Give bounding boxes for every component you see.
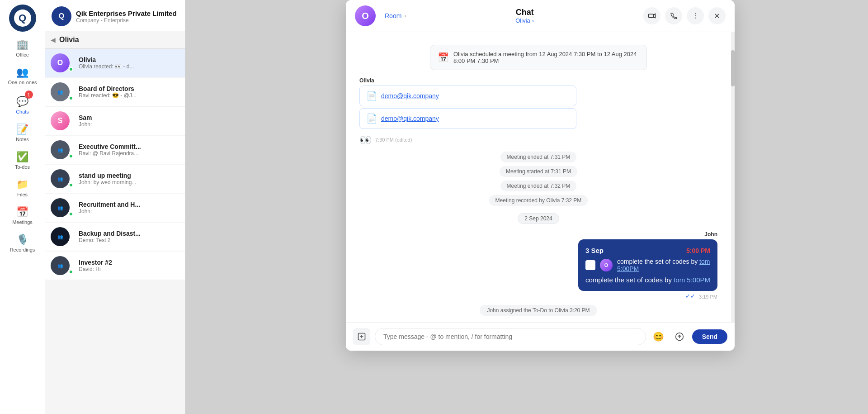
file-attachment-1[interactable]: 📄 demo@qik.company [359, 86, 576, 106]
todo-card-header: 3 Sep 5:00 PM [585, 247, 710, 254]
todo-row: O complete the set of codes by tom 5:00P… [585, 258, 710, 272]
contact-info-recruit: Recruitment and H... John: [79, 201, 179, 214]
sidebar-item-todos[interactable]: ✅ To-dos [0, 147, 45, 174]
contact-name: Executive Committ... [79, 143, 179, 150]
contact-item-investor[interactable]: 👥 Investor #2 David: Hi [45, 252, 185, 280]
more-options-button[interactable] [687, 7, 704, 24]
chat-scrollbar[interactable] [731, 32, 735, 322]
msg-check-icon: ✓✓ [685, 293, 695, 300]
meeting-ended-2: Meeting ended at 7:32 PM [359, 181, 717, 191]
sidebar-item-recordings[interactable]: 🎙️ Recordings [0, 229, 45, 257]
contact-info-board: Board of Directors Ravi reacted: 😎 - @J.… [79, 85, 179, 99]
svg-marker-1 [654, 14, 656, 18]
panel-title: Olivia [59, 36, 79, 44]
todo-body-link[interactable]: tom 5:00PM [674, 276, 710, 284]
msg-time: 7:30 PM (edited) [375, 137, 412, 143]
svg-point-2 [695, 13, 696, 14]
contact-name: Board of Directors [79, 85, 179, 92]
breadcrumb[interactable]: Room › [385, 12, 406, 19]
date-separator: 2 Sep 2024 [359, 213, 717, 224]
attach-button[interactable] [353, 328, 370, 345]
main-area: O Room › Chat Olivia › [185, 0, 868, 414]
contact-info-exec: Executive Committ... Ravi: @ Ravi Rajend… [79, 143, 179, 157]
send-button[interactable]: Send [692, 329, 727, 344]
breadcrumb-room: Room [385, 12, 401, 19]
todo-card: 3 Sep 5:00 PM O complete the set of code… [578, 239, 717, 291]
sidebar-item-office[interactable]: 🏢 Office [0, 34, 45, 62]
contact-info-olivia: Olivia Olivia reacted: 👀 - d... [79, 56, 179, 70]
audio-call-button[interactable] [665, 7, 682, 24]
company-logo[interactable]: Q [9, 5, 36, 32]
calendar-icon: 📅 [438, 52, 449, 63]
collapse-button[interactable]: ◀ [51, 36, 56, 43]
system-text: Meeting started at 7:31 PM [500, 166, 577, 177]
meetings-icon: 📅 [16, 206, 28, 218]
assignment-text: John assigned the To-Do to Olivia 3:20 P… [480, 305, 597, 316]
online-indicator [69, 212, 73, 216]
contact-preview: John: [79, 121, 169, 128]
system-text: Meeting ended at 7:31 PM [500, 152, 577, 162]
sidebar-item-meetings[interactable]: 📅 Meetings [0, 202, 45, 229]
chat-header: O Room › Chat Olivia › [346, 0, 735, 32]
upload-button[interactable] [671, 328, 688, 345]
company-sub: Company - Enterprise [76, 17, 177, 24]
message-group-olivia-files: Olivia 📄 demo@qik.company 📄 demo@qik.com… [359, 77, 717, 146]
todo-link-tom[interactable]: tom [699, 258, 710, 265]
todo-link-time[interactable]: 5:00PM [617, 265, 639, 272]
contact-info-backup: Backup and Disast... Demo: Test 2 [79, 230, 179, 243]
chat-footer: 😊 Send [346, 322, 735, 351]
todo-avatar: O [600, 259, 613, 271]
online-indicator [69, 154, 73, 158]
company-name: Qik Enterprises Private Limited [76, 10, 177, 17]
office-icon: 🏢 [16, 39, 28, 51]
video-call-button[interactable] [643, 7, 660, 24]
chat-subtitle[interactable]: Olivia › [515, 17, 534, 24]
emoji-button[interactable]: 😊 [651, 328, 667, 345]
chat-header-avatar: O [355, 5, 376, 26]
file-attachment-2[interactable]: 📄 demo@qik.company [359, 108, 576, 129]
online-indicator [69, 67, 73, 71]
scheduled-meeting-notice: 📅 Olivia scheduled a meeting from 12 Aug… [359, 45, 717, 74]
contact-panel: Q Qik Enterprises Private Limited Compan… [45, 0, 185, 414]
contact-preview: Olivia reacted: 👀 - d... [79, 63, 169, 70]
todo-time: 5:00 PM [686, 247, 710, 254]
sidebar-item-notes[interactable]: 📝 Notes [0, 119, 45, 147]
contact-name: stand up meeting [79, 172, 179, 179]
system-text: Meeting ended at 7:32 PM [500, 181, 577, 191]
scheduled-card: 📅 Olivia scheduled a meeting from 12 Aug… [430, 45, 647, 70]
avatar-recruit: 👥 [51, 198, 70, 217]
svg-point-3 [695, 15, 696, 16]
reaction-emoji: 👀 [359, 134, 372, 146]
msg-time-john: 3:19 PM [699, 294, 717, 300]
meeting-started-1: Meeting started at 7:31 PM [359, 166, 717, 177]
chat-title-group: Chat Olivia › [406, 8, 643, 24]
contact-item-standup[interactable]: 👥 stand up meeting John: by wed morning.… [45, 165, 185, 193]
contact-item-olivia[interactable]: O Olivia Olivia reacted: 👀 - d... [45, 49, 185, 77]
contact-item-board[interactable]: 👥 Board of Directors Ravi reacted: 😎 - @… [45, 78, 185, 106]
contact-item-backup[interactable]: 👥 Backup and Disast... Demo: Test 2 [45, 223, 185, 251]
file-icon-2: 📄 [366, 113, 377, 124]
sidebar-item-files[interactable]: 📁 Files [0, 174, 45, 202]
contact-item-recruit[interactable]: 👥 Recruitment and H... John: [45, 194, 185, 222]
contact-name: Olivia [79, 56, 179, 63]
contact-item-sam[interactable]: S Sam John: [45, 107, 185, 135]
todos-icon: ✅ [16, 151, 28, 163]
avatar-board: 👥 [51, 82, 70, 101]
chat-header-actions [643, 7, 726, 24]
contact-preview: Ravi reacted: 😎 - @J... [79, 92, 169, 99]
sidebar-item-chats[interactable]: 1 💬 Chats [0, 90, 45, 119]
date-text: 2 Sep 2024 [518, 213, 559, 224]
contact-name: Backup and Disast... [79, 230, 179, 237]
chat-title: Chat [516, 8, 534, 17]
avatar-olivia: O [51, 53, 70, 72]
contact-item-exec[interactable]: 👥 Executive Committ... Ravi: @ Ravi Raje… [45, 136, 185, 164]
message-input[interactable] [375, 328, 646, 345]
contact-preview: Demo: Test 2 [79, 237, 169, 243]
svg-point-4 [695, 18, 696, 19]
online-indicator [69, 270, 73, 274]
todo-checkbox[interactable] [585, 260, 595, 270]
sidebar: Q 🏢 Office 👥 One-on-ones 1 💬 Chats 📝 Not… [0, 0, 45, 414]
close-button[interactable] [708, 7, 726, 24]
sidebar-item-one-on-ones[interactable]: 👥 One-on-ones [0, 62, 45, 90]
contact-name: Sam [79, 114, 179, 121]
